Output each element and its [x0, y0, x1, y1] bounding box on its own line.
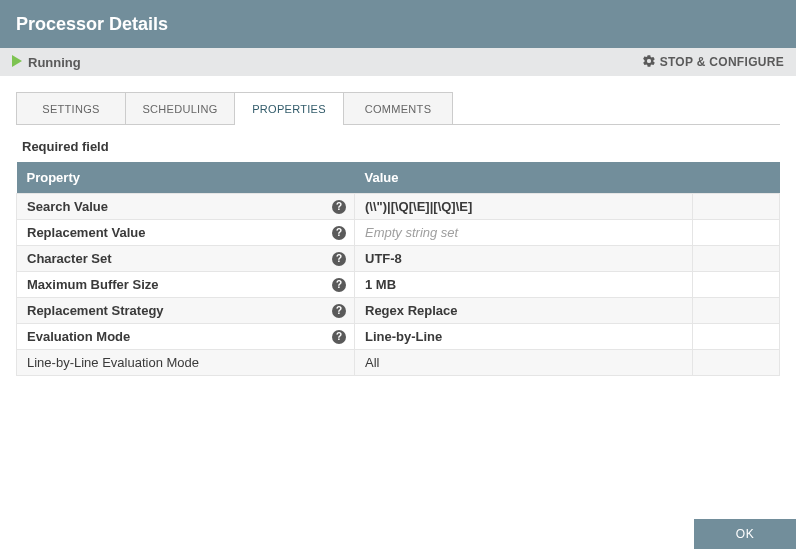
prop-value[interactable]: Line-by-Line [355, 324, 693, 350]
tab-properties[interactable]: PROPERTIES [234, 92, 344, 124]
help-icon[interactable]: ? [332, 278, 346, 292]
col-header-value: Value [355, 162, 693, 194]
prop-extra [693, 272, 780, 298]
help-icon[interactable]: ? [332, 304, 346, 318]
prop-value-text: Regex Replace [365, 303, 458, 318]
prop-value[interactable]: 1 MB [355, 272, 693, 298]
svg-marker-0 [12, 55, 22, 67]
prop-extra [693, 194, 780, 220]
table-row[interactable]: Search Value ? (\\")|[\Q[\E]|[\Q]\E] [17, 194, 780, 220]
col-header-property: Property [17, 162, 355, 194]
prop-name-text: Replacement Strategy [27, 303, 164, 318]
prop-name: Line-by-Line Evaluation Mode [17, 350, 355, 376]
table-row[interactable]: Line-by-Line Evaluation Mode All [17, 350, 780, 376]
prop-extra [693, 220, 780, 246]
running-icon [12, 55, 22, 70]
prop-extra [693, 298, 780, 324]
header-bar: Processor Details [0, 0, 796, 48]
prop-value-text: All [365, 355, 379, 370]
prop-extra [693, 246, 780, 272]
prop-value-text: UTF-8 [365, 251, 402, 266]
prop-name-text: Evaluation Mode [27, 329, 130, 344]
prop-value-text: Line-by-Line [365, 329, 442, 344]
content-area: SETTINGS SCHEDULING PROPERTIES COMMENTS … [0, 76, 796, 519]
prop-value[interactable]: (\\")|[\Q[\E]|[\Q]\E] [355, 194, 693, 220]
prop-extra [693, 324, 780, 350]
status-bar: Running STOP & CONFIGURE [0, 48, 796, 76]
stop-configure-label: STOP & CONFIGURE [660, 55, 784, 69]
status-left: Running [12, 55, 81, 70]
gear-stop-icon [642, 54, 656, 71]
prop-name: Replacement Value ? [17, 220, 355, 246]
ok-button[interactable]: OK [694, 519, 796, 549]
prop-value[interactable]: All [355, 350, 693, 376]
page-title: Processor Details [16, 14, 168, 35]
prop-name: Character Set ? [17, 246, 355, 272]
prop-name-text: Maximum Buffer Size [27, 277, 158, 292]
required-field-label: Required field [22, 139, 780, 154]
table-row[interactable]: Character Set ? UTF-8 [17, 246, 780, 272]
help-icon[interactable]: ? [332, 200, 346, 214]
prop-name: Replacement Strategy ? [17, 298, 355, 324]
table-row[interactable]: Replacement Value ? Empty string set [17, 220, 780, 246]
table-row[interactable]: Maximum Buffer Size ? 1 MB [17, 272, 780, 298]
prop-name: Maximum Buffer Size ? [17, 272, 355, 298]
prop-name-text: Search Value [27, 199, 108, 214]
stop-configure-button[interactable]: STOP & CONFIGURE [642, 54, 784, 71]
status-state: Running [28, 55, 81, 70]
tab-bar: SETTINGS SCHEDULING PROPERTIES COMMENTS [16, 92, 780, 125]
help-icon[interactable]: ? [332, 330, 346, 344]
prop-value[interactable]: Regex Replace [355, 298, 693, 324]
prop-value-text: (\\")|[\Q[\E]|[\Q]\E] [365, 199, 472, 214]
prop-value-text: 1 MB [365, 277, 396, 292]
prop-name-text: Replacement Value [27, 225, 146, 240]
prop-name-text: Character Set [27, 251, 112, 266]
help-icon[interactable]: ? [332, 226, 346, 240]
prop-name-text: Line-by-Line Evaluation Mode [27, 355, 199, 370]
properties-table: Property Value Search Value ? (\\")|[\Q[… [16, 162, 780, 376]
prop-value-text: Empty string set [365, 225, 458, 240]
prop-value[interactable]: Empty string set [355, 220, 693, 246]
table-row[interactable]: Replacement Strategy ? Regex Replace [17, 298, 780, 324]
footer-bar: OK [694, 519, 796, 549]
prop-value[interactable]: UTF-8 [355, 246, 693, 272]
tab-comments[interactable]: COMMENTS [343, 92, 453, 124]
col-header-extra [693, 162, 780, 194]
prop-extra [693, 350, 780, 376]
svg-rect-1 [647, 59, 650, 62]
tab-settings[interactable]: SETTINGS [16, 92, 126, 124]
table-row[interactable]: Evaluation Mode ? Line-by-Line [17, 324, 780, 350]
tab-scheduling[interactable]: SCHEDULING [125, 92, 235, 124]
help-icon[interactable]: ? [332, 252, 346, 266]
prop-name: Search Value ? [17, 194, 355, 220]
prop-name: Evaluation Mode ? [17, 324, 355, 350]
